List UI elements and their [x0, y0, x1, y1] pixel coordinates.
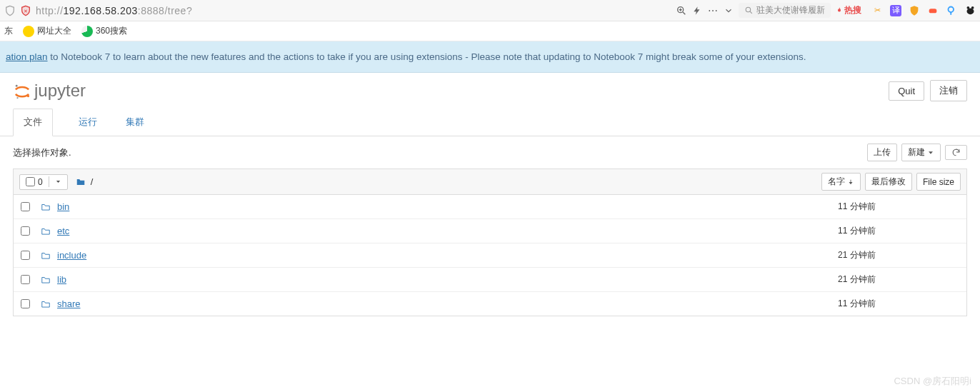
file-modified: 11 分钟前: [838, 298, 902, 310]
folder-icon: [40, 251, 51, 261]
file-name-link[interactable]: bin: [57, 201, 69, 212]
chevron-down-icon[interactable]: [723, 5, 734, 16]
file-checkbox[interactable]: [21, 226, 30, 236]
svg-text:✕: ✕: [24, 8, 28, 13]
folder-icon: [75, 177, 86, 187]
bookmark-icon-3: [81, 26, 93, 37]
select-all-group: 0: [19, 174, 68, 190]
sort-name-button[interactable]: 名字: [821, 173, 861, 191]
tab-running[interactable]: 运行: [76, 109, 100, 136]
tab-files[interactable]: 文件: [13, 109, 53, 136]
search-placeholder: 驻美大使谢锋履新: [756, 4, 825, 16]
folder-icon: [40, 226, 51, 236]
file-row: bin11 分钟前: [14, 195, 966, 219]
file-row: lib21 分钟前: [14, 268, 966, 292]
file-checkbox[interactable]: [21, 251, 30, 260]
action-row: 选择操作对象. 上传 新建: [0, 136, 980, 169]
breadcrumb-path: /: [91, 176, 94, 187]
game-ext-icon[interactable]: [927, 5, 939, 16]
svg-rect-7: [929, 9, 937, 13]
search-icon: [744, 6, 754, 15]
file-row: etc11 分钟前: [14, 219, 966, 243]
file-checkbox[interactable]: [21, 202, 30, 211]
svg-point-5: [746, 7, 751, 12]
sort-modified-button[interactable]: 最后修改: [865, 173, 912, 191]
url-host: 192.168.58.203: [64, 5, 138, 16]
folder-icon: [40, 202, 51, 212]
svg-point-15: [16, 97, 18, 99]
tab-clusters[interactable]: 集群: [123, 109, 147, 136]
hot-search-label[interactable]: 热搜: [835, 4, 861, 16]
url-display[interactable]: http://192.168.58.203:8888/tree?: [36, 5, 192, 16]
selected-count: 0: [38, 177, 43, 187]
file-name-link[interactable]: lib: [57, 274, 66, 285]
security-shield-icon: [4, 5, 16, 16]
migration-link[interactable]: ation plan: [6, 51, 48, 62]
file-modified: 11 分钟前: [838, 225, 902, 237]
refresh-icon: [951, 148, 961, 157]
browser-url-bar: ✕ http://192.168.58.203:8888/tree? ⋯ 驻美大…: [0, 0, 980, 21]
url-scheme: http://: [36, 5, 64, 16]
file-name-link[interactable]: include: [57, 250, 86, 261]
more-menu-icon[interactable]: ⋯: [707, 5, 719, 16]
folder-icon: [40, 299, 51, 309]
jupyter-logo-text: jupyter: [34, 81, 86, 101]
file-name-link[interactable]: share: [57, 298, 81, 309]
arrow-down-icon: [847, 179, 854, 186]
extension-icons: ✂ 译: [871, 5, 976, 16]
svg-rect-16: [851, 179, 851, 182]
svg-line-6: [750, 11, 752, 14]
url-path: :8888/tree?: [138, 5, 192, 16]
panda-ext-icon[interactable]: [964, 5, 976, 16]
jupyter-logo-icon: [13, 82, 30, 99]
flash-icon[interactable]: [691, 5, 703, 16]
bookmark-item-3[interactable]: 360搜索: [81, 25, 127, 37]
file-rows-container: bin11 分钟前etc11 分钟前include21 分钟前lib21 分钟前…: [14, 195, 966, 316]
browser-search-box[interactable]: 驻美大使谢锋履新: [739, 3, 831, 18]
bookmark-item-1[interactable]: 东: [4, 25, 13, 37]
bookmarks-bar: 东 网址大全 360搜索: [0, 21, 980, 41]
folder-icon: [40, 275, 51, 285]
bookmark-icon-2: [23, 26, 34, 37]
file-row: share11 分钟前: [14, 292, 966, 316]
main-tabs: 文件 运行 集群: [0, 109, 980, 136]
upload-button[interactable]: 上传: [867, 144, 897, 161]
file-list-panel: 0 / 名字 最后修改 File size bin11 分钟前etc11 分钟前…: [13, 169, 967, 316]
file-modified: 21 分钟前: [838, 273, 902, 286]
translate-ext-icon[interactable]: 译: [890, 5, 901, 16]
svg-line-2: [683, 12, 685, 14]
quit-button[interactable]: Quit: [889, 81, 924, 101]
select-prompt: 选择操作对象.: [13, 146, 71, 159]
site-warning-icon: ✕: [20, 5, 31, 16]
svg-point-13: [16, 85, 18, 87]
bookmark-item-2[interactable]: 网址大全: [23, 25, 71, 37]
file-checkbox[interactable]: [21, 299, 30, 308]
breadcrumb[interactable]: /: [75, 176, 94, 187]
jupyter-logo[interactable]: jupyter: [13, 81, 86, 101]
logout-button[interactable]: 注销: [930, 80, 967, 101]
scissors-icon[interactable]: ✂: [871, 5, 883, 16]
refresh-button[interactable]: [945, 145, 967, 160]
file-list-header: 0 / 名字 最后修改 File size: [14, 169, 966, 195]
svg-point-8: [948, 7, 954, 13]
migration-text: to Notebook 7 to learn about the new fea…: [48, 51, 806, 62]
select-all-checkbox-wrap[interactable]: 0: [20, 175, 49, 189]
zoom-icon[interactable]: [676, 5, 687, 16]
file-name-link[interactable]: etc: [57, 226, 69, 236]
file-modified: 11 分钟前: [838, 201, 902, 213]
shield-ext-icon[interactable]: [909, 5, 920, 16]
jupyter-header: jupyter Quit 注销: [0, 73, 980, 109]
select-all-checkbox[interactable]: [26, 177, 35, 186]
file-modified: 21 分钟前: [838, 249, 902, 261]
p-ext-icon[interactable]: [946, 5, 957, 16]
select-menu-toggle[interactable]: [49, 176, 67, 187]
new-button[interactable]: 新建: [901, 144, 941, 161]
caret-down-icon: [927, 149, 934, 156]
migration-banner: ation plan to Notebook 7 to learn about …: [0, 41, 980, 73]
caret-down-icon: [55, 179, 61, 185]
file-row: include21 分钟前: [14, 243, 966, 268]
file-checkbox[interactable]: [21, 275, 30, 284]
sort-size-button[interactable]: File size: [916, 173, 961, 191]
svg-point-12: [966, 8, 974, 14]
